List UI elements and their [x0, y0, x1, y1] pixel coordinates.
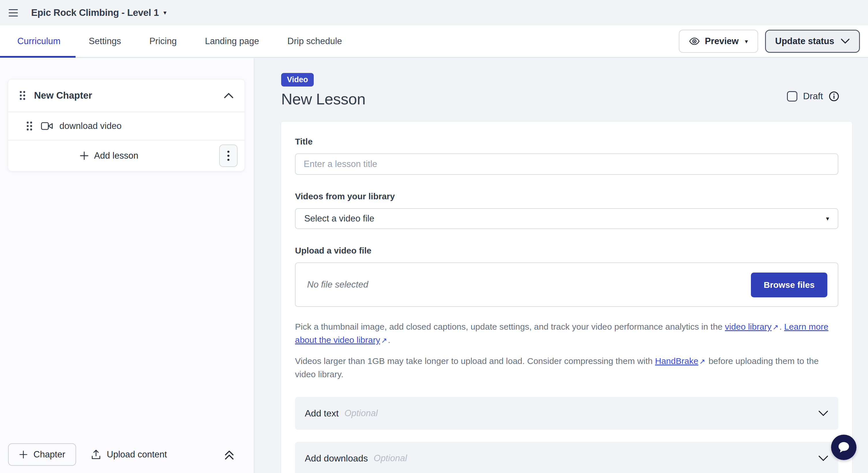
update-status-label: Update status — [775, 36, 834, 46]
draft-checkbox[interactable] — [787, 91, 797, 101]
eye-icon — [689, 37, 700, 45]
add-downloads-accordion[interactable]: Add downloads Optional — [295, 442, 838, 473]
chapter-header[interactable]: New Chapter — [8, 79, 245, 112]
chevron-down-icon — [818, 410, 829, 417]
chat-bubble-icon — [837, 441, 850, 454]
lesson-title: download video — [59, 121, 121, 131]
handbrake-link[interactable]: HandBrake — [655, 356, 699, 366]
video-library-select[interactable]: Select a video file ▾ — [295, 208, 838, 229]
library-field-label: Videos from your library — [295, 191, 838, 201]
optional-hint: Optional — [374, 453, 407, 464]
compression-help-text: Videos larger than 1GB may take longer t… — [295, 354, 838, 381]
tabbar: Curriculum Settings Pricing Landing page… — [0, 25, 868, 58]
video-library-help-text: Pick a thumbnail image, add closed capti… — [295, 320, 838, 346]
upload-content-label: Upload content — [107, 449, 167, 460]
add-chapter-button[interactable]: Chapter — [8, 443, 76, 466]
add-lesson-button[interactable]: Add lesson — [80, 151, 138, 161]
sidebar-footer: Chapter Upload content — [0, 443, 254, 466]
preview-caret-icon: ▾ — [745, 38, 748, 45]
external-link-icon: ↗ — [699, 356, 706, 367]
course-builder-app: Epic Rock Climbing - Level 1 ▾ Curriculu… — [0, 0, 868, 473]
preview-label: Preview — [705, 36, 739, 46]
add-lesson-label: Add lesson — [94, 151, 138, 161]
lesson-editor: Video New Lesson Draft Title — [254, 58, 868, 473]
update-status-chevron-icon — [841, 38, 850, 44]
add-text-accordion[interactable]: Add text Optional — [295, 397, 838, 430]
lesson-heading: New Lesson — [281, 90, 852, 108]
tab-landing-page[interactable]: Landing page — [205, 36, 259, 46]
tab-curriculum[interactable]: Curriculum — [17, 36, 61, 46]
help-text: Pick a thumbnail image, add closed capti… — [295, 322, 725, 332]
drag-handle-icon[interactable] — [26, 121, 33, 131]
drag-handle-icon[interactable] — [19, 90, 26, 101]
active-tab-underline — [0, 56, 75, 58]
video-library-select-value: Select a video file — [304, 214, 374, 224]
chapter-menu-button[interactable] — [219, 145, 238, 167]
plus-icon — [19, 450, 28, 459]
tabs: Curriculum Settings Pricing Landing page… — [0, 36, 342, 46]
info-icon[interactable] — [829, 91, 839, 101]
add-text-label: Add text — [305, 408, 339, 419]
chevron-down-icon — [818, 455, 829, 462]
browse-files-button[interactable]: Browse files — [751, 273, 827, 297]
tab-pricing[interactable]: Pricing — [149, 36, 177, 46]
upload-content-button[interactable]: Upload content — [91, 449, 167, 460]
lesson-title-input[interactable] — [295, 153, 838, 175]
upload-icon — [91, 449, 101, 460]
chapter-card: New Chapter — [8, 79, 245, 171]
preview-button[interactable]: Preview ▾ — [679, 30, 758, 53]
chat-widget-button[interactable] — [831, 435, 857, 460]
video-library-link[interactable]: video library — [725, 322, 772, 332]
no-file-text: No file selected — [307, 280, 368, 290]
curriculum-sidebar: New Chapter — [0, 58, 254, 473]
upload-field-label: Upload a video file — [295, 246, 838, 256]
help-text: Videos larger than 1GB may take longer t… — [295, 356, 655, 366]
chapter-footer: Add lesson — [8, 140, 245, 171]
lesson-form-card: Title Videos from your library Select a … — [281, 122, 852, 473]
external-link-icon: ↗ — [380, 335, 388, 346]
kebab-icon — [227, 150, 229, 161]
draft-label: Draft — [803, 91, 823, 101]
optional-hint: Optional — [344, 408, 377, 418]
add-chapter-label: Chapter — [33, 449, 65, 460]
tabbar-actions: Preview ▾ Update status — [679, 30, 868, 53]
tab-settings[interactable]: Settings — [89, 36, 121, 46]
help-text: . — [779, 322, 784, 332]
topbar: Epic Rock Climbing - Level 1 ▾ — [0, 0, 868, 25]
add-downloads-label: Add downloads — [305, 453, 368, 464]
update-status-button[interactable]: Update status — [765, 30, 860, 53]
lesson-type-badge: Video — [281, 73, 314, 87]
hamburger-menu-icon[interactable] — [9, 8, 20, 18]
select-caret-icon: ▾ — [826, 215, 829, 222]
video-camera-icon — [41, 122, 53, 130]
lesson-item[interactable]: download video — [8, 112, 245, 140]
draft-toggle: Draft — [787, 91, 839, 101]
content: New Chapter — [0, 58, 868, 473]
plus-icon — [80, 151, 89, 160]
file-upload-dropzone[interactable]: No file selected Browse files — [295, 262, 838, 307]
tab-drip-schedule[interactable]: Drip schedule — [287, 36, 342, 46]
lesson-header: Video New Lesson Draft — [281, 73, 852, 108]
chapter-title: New Chapter — [34, 90, 92, 101]
collapse-all-icon[interactable] — [224, 449, 235, 460]
course-switcher-caret-icon[interactable]: ▾ — [163, 9, 167, 16]
chevron-up-icon[interactable] — [224, 92, 234, 99]
course-title[interactable]: Epic Rock Climbing - Level 1 — [31, 7, 159, 18]
help-text: . — [388, 335, 390, 345]
title-field-label: Title — [295, 137, 838, 147]
external-link-icon: ↗ — [772, 322, 779, 333]
